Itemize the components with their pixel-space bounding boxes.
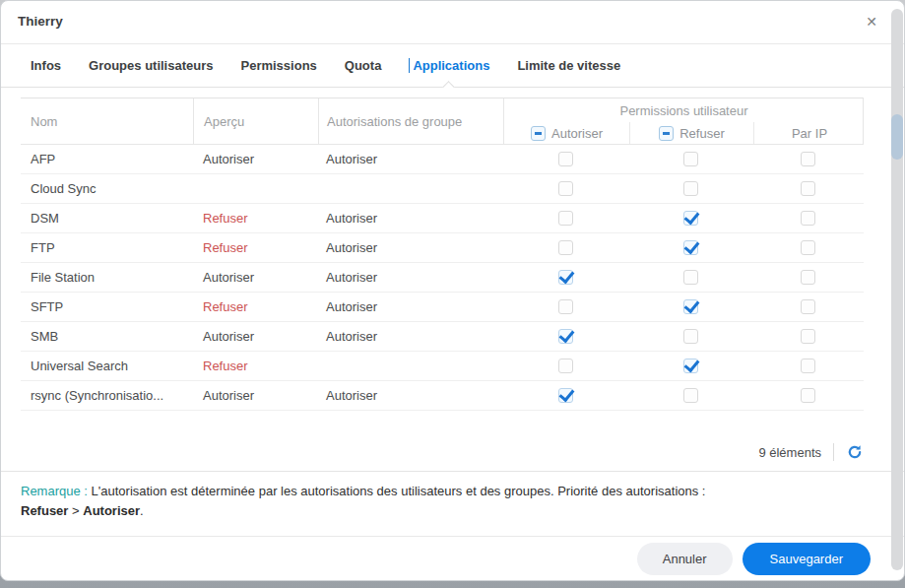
allow-checkbox[interactable] (558, 152, 573, 166)
applications-permissions-table: Nom Aperçu Autorisations de groupe Permi… (21, 98, 864, 411)
user-edit-dialog: Thierry ✕ Infos Groupes utilisateurs Per… (0, 0, 905, 581)
preview-value: Autoriser (193, 388, 318, 403)
group-permission-value: Autoriser (318, 388, 503, 403)
table-row[interactable]: DSM Refuser Autoriser (21, 204, 864, 233)
note-label: Remarque : (21, 484, 88, 498)
app-name: File Station (21, 270, 193, 285)
column-header-autorisations-groupe[interactable]: Autorisations de groupe (318, 98, 503, 144)
app-name: SMB (21, 329, 193, 344)
column-header-apercu[interactable]: Aperçu (193, 98, 318, 144)
tab-quota[interactable]: Quota (345, 43, 382, 87)
deny-checkbox[interactable] (683, 388, 698, 403)
group-permission-value: Autoriser (318, 270, 503, 285)
allow-checkbox[interactable] (558, 240, 573, 255)
allow-cell (503, 329, 628, 344)
tab-infos[interactable]: Infos (31, 43, 61, 87)
note-period: . (140, 503, 144, 518)
column-header-nom[interactable]: Nom (21, 98, 193, 144)
table-row[interactable]: Cloud Sync (21, 174, 864, 204)
table-row[interactable]: AFP Autoriser Autoriser (21, 145, 864, 174)
allow-checkbox[interactable] (558, 270, 573, 285)
by-ip-checkbox[interactable] (801, 211, 815, 226)
cancel-button[interactable]: Annuler (637, 543, 733, 575)
table-row[interactable]: SFTP Refuser Autoriser (21, 293, 864, 322)
allow-checkbox[interactable] (558, 181, 573, 196)
allow-cell (503, 388, 628, 403)
deny-cell (628, 270, 752, 285)
app-name: SFTP (21, 299, 193, 314)
tab-bar: Infos Groupes utilisateurs Permissions Q… (1, 43, 904, 88)
select-all-deny-checkbox[interactable] (659, 126, 674, 141)
tab-limite-de-vitesse[interactable]: Limite de vitesse (517, 43, 620, 87)
tab-groupes-utilisateurs[interactable]: Groupes utilisateurs (89, 43, 213, 87)
column-header-refuser: Refuser (629, 122, 753, 144)
pager: 9 éléments (758, 438, 864, 466)
app-name: AFP (21, 152, 193, 166)
table-body: AFP Autoriser Autoriser Cloud Sync (21, 145, 864, 411)
dialog-footer: Annuler Sauvegarder (1, 536, 904, 581)
deny-cell (628, 329, 752, 344)
allow-checkbox[interactable] (558, 299, 573, 314)
permission-note: Remarque : L'autorisation est déterminée… (21, 482, 865, 521)
deny-checkbox[interactable] (683, 240, 698, 255)
group-permission-value: Autoriser (318, 211, 503, 226)
deny-cell (628, 299, 752, 314)
by-ip-checkbox[interactable] (801, 240, 815, 255)
by-ip-checkbox[interactable] (801, 270, 815, 285)
item-count: 9 éléments (758, 445, 821, 460)
deny-checkbox[interactable] (683, 181, 698, 196)
by-ip-checkbox[interactable] (801, 299, 815, 314)
by-ip-checkbox[interactable] (801, 359, 815, 373)
table-row[interactable]: rsync (Synchronisatio... Autoriser Autor… (21, 381, 864, 411)
preview-value: Autoriser (193, 329, 318, 344)
column-header-refuser-label: Refuser (679, 126, 725, 141)
allow-checkbox[interactable] (558, 211, 573, 226)
note-text: L'autorisation est déterminée par les au… (88, 484, 706, 498)
deny-checkbox[interactable] (683, 329, 698, 344)
app-name: rsync (Synchronisatio... (21, 388, 193, 403)
group-permission-value: Autoriser (318, 240, 503, 255)
table-row[interactable]: FTP Refuser Autoriser (21, 233, 864, 263)
by-ip-cell (752, 359, 864, 373)
by-ip-checkbox[interactable] (801, 329, 815, 344)
deny-cell (628, 240, 752, 255)
deny-cell (628, 359, 752, 373)
by-ip-cell (752, 240, 864, 255)
deny-checkbox[interactable] (683, 211, 698, 226)
refresh-button[interactable] (846, 443, 864, 461)
by-ip-checkbox[interactable] (801, 152, 815, 166)
note-priority-allow: Autoriser (83, 503, 140, 518)
deny-checkbox[interactable] (683, 359, 698, 373)
table-row[interactable]: File Station Autoriser Autoriser (21, 263, 864, 293)
select-all-allow-checkbox[interactable] (531, 126, 546, 141)
table-row[interactable]: SMB Autoriser Autoriser (21, 322, 864, 352)
tab-applications[interactable]: Applications (409, 43, 489, 87)
by-ip-cell (752, 181, 864, 196)
scrollbar-thumb[interactable] (891, 114, 903, 160)
note-priority-deny: Refuser (21, 503, 68, 518)
close-icon[interactable]: ✕ (863, 13, 880, 31)
allow-checkbox[interactable] (558, 388, 573, 403)
by-ip-checkbox[interactable] (801, 388, 815, 403)
tab-permissions[interactable]: Permissions (240, 43, 316, 87)
column-header-autoriser-label: Autoriser (551, 126, 603, 141)
allow-cell (503, 240, 628, 255)
preview-value: Refuser (193, 299, 318, 314)
scrollbar[interactable] (891, 9, 903, 570)
deny-checkbox[interactable] (683, 299, 698, 314)
allow-checkbox[interactable] (558, 359, 573, 373)
deny-checkbox[interactable] (683, 152, 698, 166)
column-header-autoriser: Autoriser (504, 122, 629, 144)
by-ip-checkbox[interactable] (801, 181, 815, 196)
allow-checkbox[interactable] (558, 329, 573, 344)
deny-checkbox[interactable] (683, 270, 698, 285)
save-button[interactable]: Sauvegarder (743, 543, 871, 575)
allow-cell (503, 270, 628, 285)
table-header: Nom Aperçu Autorisations de groupe Permi… (21, 98, 864, 145)
preview-value: Refuser (193, 211, 318, 226)
preview-value: Autoriser (193, 152, 318, 166)
table-row[interactable]: Universal Search Refuser (21, 352, 864, 381)
allow-cell (503, 299, 628, 314)
by-ip-cell (752, 299, 864, 314)
app-name: DSM (21, 211, 193, 226)
